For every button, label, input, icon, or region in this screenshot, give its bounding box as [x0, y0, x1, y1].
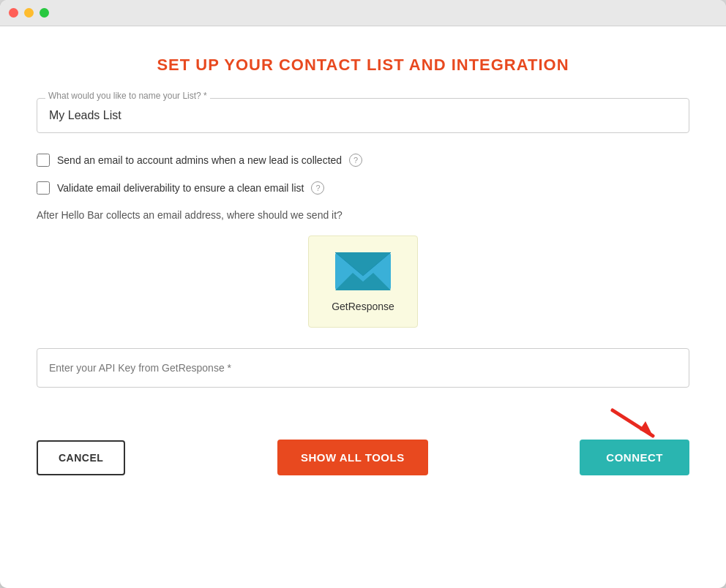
checkbox-validate-email[interactable] [37, 181, 50, 195]
connect-button[interactable]: CONNECT [580, 440, 689, 475]
api-key-input[interactable] [37, 348, 689, 388]
titlebar [0, 0, 726, 26]
list-name-input[interactable] [37, 98, 689, 133]
checkbox-email-admins[interactable] [37, 154, 50, 167]
main-content: SET UP YOUR CONTACT LIST AND INTEGRATION… [0, 26, 726, 588]
help-icon-email-admins[interactable]: ? [349, 154, 362, 167]
integration-area: GetResponse [37, 235, 689, 328]
after-collect-text: After Hello Bar collects an email addres… [37, 209, 689, 221]
app-window: SET UP YOUR CONTACT LIST AND INTEGRATION… [0, 0, 726, 588]
close-button[interactable] [9, 8, 18, 18]
page-title: SET UP YOUR CONTACT LIST AND INTEGRATION [37, 56, 689, 75]
connect-group: CONNECT [580, 407, 689, 475]
getresponse-icon [334, 251, 392, 292]
help-icon-validate[interactable]: ? [311, 181, 324, 195]
checkbox-validate-email-label: Validate email deliverability to ensure … [57, 182, 304, 194]
show-all-tools-button[interactable]: SHOW ALL TOOLS [277, 440, 428, 475]
checkbox-email-admins-row: Send an email to account admins when a n… [37, 154, 689, 167]
maximize-button[interactable] [40, 8, 49, 18]
cancel-button[interactable]: CANCEL [37, 440, 125, 475]
minimize-button[interactable] [24, 8, 34, 18]
red-arrow-icon [609, 407, 667, 443]
getresponse-card[interactable]: GetResponse [308, 235, 418, 328]
list-name-label: What would you like to name your List? * [45, 91, 210, 101]
integration-name: GetResponse [332, 301, 394, 312]
checkbox-validate-email-row: Validate email deliverability to ensure … [37, 181, 689, 195]
checkbox-email-admins-label: Send an email to account admins when a n… [57, 154, 342, 166]
list-name-field-group: What would you like to name your List? * [37, 98, 689, 133]
bottom-row: CANCEL SHOW ALL TOOLS CONNECT [37, 407, 689, 475]
